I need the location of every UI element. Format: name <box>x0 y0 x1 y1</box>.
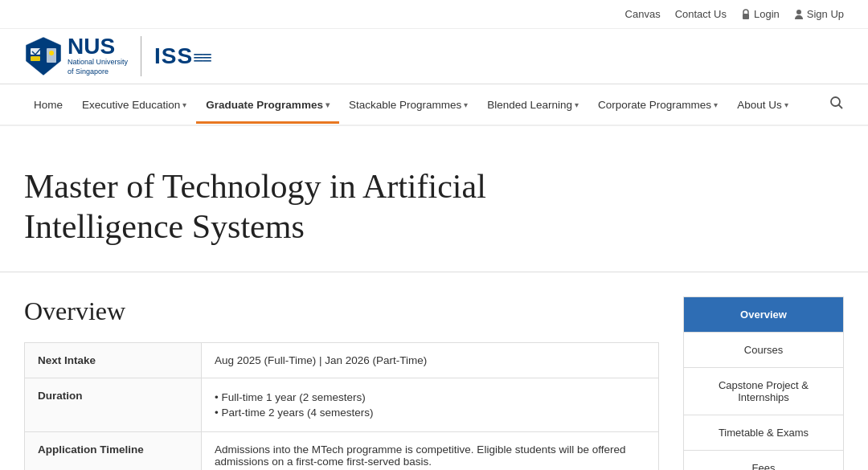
contact-us-link[interactable]: Contact Us <box>675 8 727 20</box>
search-icon[interactable] <box>829 84 844 125</box>
hero-section: Master of Technology in Artificial Intel… <box>0 126 868 272</box>
svg-rect-0 <box>743 14 749 19</box>
table-cell-label: Next Intake <box>25 342 202 378</box>
chevron-down-icon: ▾ <box>784 100 788 109</box>
nus-shield-icon <box>24 35 63 77</box>
signup-link[interactable]: Sign Up <box>794 8 844 20</box>
svg-point-1 <box>796 10 801 14</box>
nav-home[interactable]: Home <box>24 88 72 122</box>
list-item: Full-time 1 year (2 semesters) <box>215 390 645 405</box>
sidebar-menu: Overview Courses Capstone Project & Inte… <box>683 296 844 470</box>
lock-icon <box>741 9 751 20</box>
nav-bar: Home Executive Education ▾ Graduate Prog… <box>0 84 868 126</box>
sidebar-item-timetable[interactable]: Timetable & Exams <box>684 415 843 451</box>
main-content: Overview Next Intake Aug 2025 (Full-Time… <box>0 272 868 470</box>
chevron-down-icon: ▾ <box>714 100 718 109</box>
nav-corporate-programmes[interactable]: Corporate Programmes ▾ <box>588 88 727 122</box>
table-row: Application Timeline Admissions into the… <box>25 431 659 470</box>
nav-graduate-programmes[interactable]: Graduate Programmes ▾ <box>196 88 339 122</box>
sidebar-item-fees[interactable]: Fees <box>684 451 843 470</box>
nav-stackable-programmes[interactable]: Stackable Programmes ▾ <box>339 88 477 122</box>
table-cell-label: Application Timeline <box>25 431 202 470</box>
table-cell-value: Full-time 1 year (2 semesters) Part-time… <box>202 378 659 431</box>
nus-logo[interactable]: NUS National University of Singapore <box>24 35 128 77</box>
table-row: Duration Full-time 1 year (2 semesters) … <box>25 378 659 431</box>
chevron-down-icon: ▾ <box>575 100 579 109</box>
duration-list: Full-time 1 year (2 semesters) Part-time… <box>215 390 645 420</box>
sidebar-item-capstone[interactable]: Capstone Project & Internships <box>684 368 843 415</box>
nav-blended-learning[interactable]: Blended Learning ▾ <box>477 88 588 122</box>
user-icon <box>794 9 804 20</box>
svg-line-8 <box>839 105 843 109</box>
nus-text: NUS National University of Singapore <box>68 35 128 76</box>
content-left: Overview Next Intake Aug 2025 (Full-Time… <box>24 296 659 470</box>
table-row: Next Intake Aug 2025 (Full-Time) | Jan 2… <box>25 342 659 378</box>
table-cell-label: Duration <box>25 378 202 431</box>
nav-about-us[interactable]: About Us ▾ <box>727 88 798 122</box>
svg-point-6 <box>49 51 54 55</box>
sidebar-item-courses[interactable]: Courses <box>684 333 843 368</box>
logo-bar: NUS National University of Singapore ISS… <box>0 29 868 84</box>
canvas-link[interactable]: Canvas <box>625 8 661 20</box>
chevron-down-icon: ▾ <box>182 100 186 109</box>
svg-point-7 <box>831 97 840 106</box>
top-bar: Canvas Contact Us Login Sign Up <box>0 0 868 29</box>
chevron-down-icon: ▾ <box>326 100 330 109</box>
overview-title: Overview <box>24 296 659 326</box>
login-link[interactable]: Login <box>741 8 780 20</box>
chevron-down-icon: ▾ <box>464 100 468 109</box>
svg-rect-4 <box>31 56 40 61</box>
sidebar: Overview Courses Capstone Project & Inte… <box>683 296 844 470</box>
logo-divider <box>141 36 141 76</box>
list-item: Part-time 2 years (4 semesters) <box>215 405 645 420</box>
nav-executive-education[interactable]: Executive Education ▾ <box>72 88 196 122</box>
sidebar-item-overview[interactable]: Overview <box>684 297 843 333</box>
overview-table: Next Intake Aug 2025 (Full-Time) | Jan 2… <box>24 342 659 470</box>
iss-logo[interactable]: ISS≡≡ <box>154 43 211 69</box>
table-cell-value: Admissions into the MTech programme is c… <box>202 431 659 470</box>
page-title: Master of Technology in Artificial Intel… <box>24 166 635 247</box>
table-cell-value: Aug 2025 (Full-Time) | Jan 2026 (Part-Ti… <box>202 342 659 378</box>
